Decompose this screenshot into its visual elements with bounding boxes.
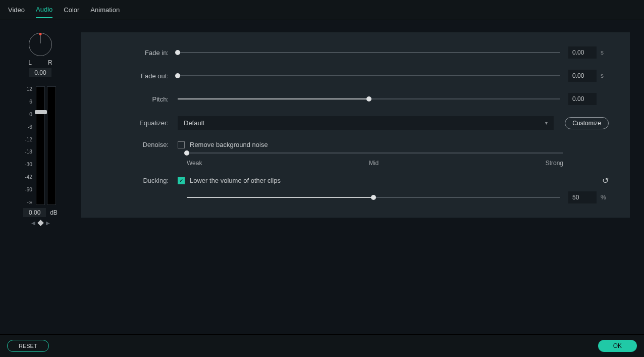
ducking-slider[interactable] <box>187 194 560 201</box>
gain-unit: dB <box>50 209 58 216</box>
top-tabs: Video Audio Color Animation <box>0 0 644 20</box>
tab-animation[interactable]: Animation <box>90 6 120 18</box>
denoise-checkbox-label: Remove background noise <box>190 141 268 148</box>
tab-video[interactable]: Video <box>8 6 25 18</box>
pitch-slider[interactable] <box>178 95 560 103</box>
footer-bar: RESET OK <box>0 334 644 357</box>
equalizer-select[interactable]: Default ▾ <box>178 116 554 130</box>
volume-meter-right <box>47 86 56 205</box>
reset-ducking-icon[interactable]: ↺ <box>602 176 609 185</box>
customize-button[interactable]: Customize <box>565 117 609 129</box>
reset-button[interactable]: RESET <box>7 340 49 352</box>
pan-right-label: R <box>48 59 52 66</box>
audio-meter-panel: L R 12 6 0 -6 -12 -18 -30 -42 -60 -∞ <box>0 20 81 334</box>
denoise-strong-label: Strong <box>546 160 563 167</box>
ducking-checkbox[interactable]: ✓ <box>178 177 185 184</box>
fade-out-unit: s <box>601 72 609 79</box>
denoise-slider[interactable] <box>187 149 563 157</box>
pan-left-label: L <box>28 59 32 66</box>
ducking-input[interactable] <box>568 191 597 203</box>
gain-value-input[interactable] <box>23 208 46 217</box>
pan-value-input[interactable] <box>29 68 51 77</box>
prev-keyframe-icon[interactable]: ◀ <box>31 220 35 226</box>
denoise-checkbox[interactable] <box>178 141 185 148</box>
ducking-label: Ducking: <box>102 177 178 184</box>
pan-knob[interactable] <box>29 33 52 56</box>
pitch-label: Pitch: <box>102 95 178 103</box>
fade-out-slider[interactable] <box>178 72 560 79</box>
fade-in-unit: s <box>601 49 609 56</box>
fade-out-input[interactable] <box>568 70 597 82</box>
ducking-checkbox-label: Lower the volume of other clips <box>190 177 281 184</box>
volume-fader-left[interactable] <box>36 86 45 205</box>
add-keyframe-icon[interactable] <box>37 220 44 226</box>
fade-in-slider[interactable] <box>178 49 560 56</box>
equalizer-label: Equalizer: <box>102 119 178 127</box>
tab-audio[interactable]: Audio <box>36 6 52 18</box>
audio-settings-panel: Fade in: s Fade out: s Pitch: <box>81 32 630 218</box>
meter-scale: 12 6 0 -6 -12 -18 -30 -42 -60 -∞ <box>25 86 33 205</box>
tab-color[interactable]: Color <box>64 6 79 18</box>
denoise-weak-label: Weak <box>187 160 202 167</box>
pitch-input[interactable] <box>568 93 597 105</box>
chevron-down-icon: ▾ <box>545 120 548 126</box>
next-keyframe-icon[interactable]: ▶ <box>46 220 50 226</box>
fader-thumb[interactable] <box>35 110 47 114</box>
ok-button[interactable]: OK <box>598 340 637 352</box>
ducking-unit: % <box>601 194 609 201</box>
denoise-mid-label: Mid <box>369 160 379 167</box>
denoise-label: Denoise: <box>102 141 178 148</box>
fade-in-input[interactable] <box>568 46 597 59</box>
fade-in-label: Fade in: <box>102 49 178 57</box>
fade-out-label: Fade out: <box>102 72 178 80</box>
